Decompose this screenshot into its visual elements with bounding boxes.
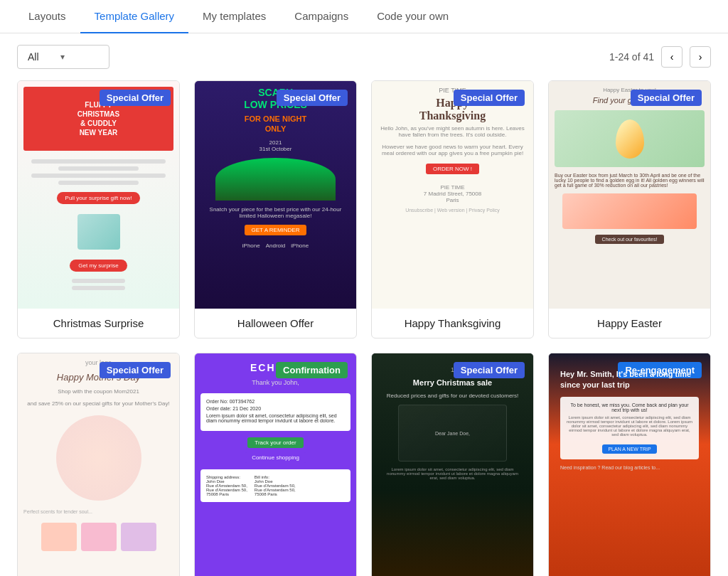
template-card-merry-christmas-sale[interactable]: 1 Merry Christmas sale Reduced prices an… <box>371 353 534 576</box>
top-navigation: Layouts Template Gallery My templates Ca… <box>0 0 728 33</box>
template-label: Happy Easter <box>549 309 710 338</box>
nav-code-your-own[interactable]: Code your own <box>363 0 463 33</box>
card-preview-halloween-offer: SCARYLOW PRICES FOR ONE NIGHTONLY 202131… <box>195 81 356 309</box>
template-card-christmas-surprise[interactable]: FLUFFYCHRISTMAS& CUDDLYNEW YEAR Pull you… <box>17 80 180 338</box>
nav-template-gallery[interactable]: Template Gallery <box>80 0 189 33</box>
template-label: Happy Thanksgiving <box>372 309 533 338</box>
template-card-echoes-confirmation[interactable]: ECHOES Thank you John, Order No: 00T3947… <box>194 353 357 576</box>
badge-special-offer: Special Offer <box>631 90 702 106</box>
nav-my-templates[interactable]: My templates <box>188 0 280 33</box>
chevron-down-icon: ▾ <box>60 52 65 62</box>
nav-campaigns[interactable]: Campaigns <box>280 0 363 33</box>
nav-layouts[interactable]: Layouts <box>14 0 80 33</box>
template-card-happy-easter[interactable]: Happy Easter to you! Find your golden eg… <box>548 80 711 338</box>
card-preview-christmas-surprise: FLUFFYCHRISTMAS& CUDDLYNEW YEAR Pull you… <box>18 81 179 309</box>
next-page-button[interactable]: › <box>690 46 711 68</box>
pagination: 1-24 of 41 ‹ › <box>609 46 711 68</box>
card-preview-happy-thanksgiving: PIE TIME HappyThanksgiving Hello John, a… <box>372 81 533 309</box>
filter-dropdown[interactable]: All ▾ <box>17 45 109 69</box>
template-label: Christmas Surprise <box>18 309 179 338</box>
badge-special-offer: Special Offer <box>277 90 348 106</box>
template-card-happy-thanksgiving[interactable]: PIE TIME HappyThanksgiving Hello John, a… <box>371 80 534 338</box>
pagination-text: 1-24 of 41 <box>609 51 654 63</box>
card-preview-merry-christmas-sale: 1 Merry Christmas sale Reduced prices an… <box>372 353 533 576</box>
badge-special-offer: Special Offer <box>454 90 525 106</box>
badge-special-offer: Special Offer <box>100 362 171 378</box>
badge-special-offer: Special Offer <box>100 90 171 106</box>
template-card-happy-mothers-day[interactable]: your logo Happy Mother's Day Shop with t… <box>17 353 180 576</box>
template-card-reengagement-trip[interactable]: Hey Mr. Smith, It's been a long time sin… <box>548 353 711 576</box>
filter-label: All <box>28 51 39 63</box>
badge-confirmation: Confirmation <box>276 362 348 378</box>
prev-page-button[interactable]: ‹ <box>661 46 682 68</box>
toolbar: All ▾ 1-24 of 41 ‹ › <box>0 33 728 80</box>
card-preview-happy-easter: Happy Easter to you! Find your golden eg… <box>549 81 710 309</box>
template-gallery-grid: FLUFFYCHRISTMAS& CUDDLYNEW YEAR Pull you… <box>0 80 728 576</box>
card-preview-reengagement-trip: Hey Mr. Smith, It's been a long time sin… <box>549 353 710 576</box>
template-label: Halloween Offer <box>195 309 356 338</box>
card-preview-echoes-confirmation: ECHOES Thank you John, Order No: 00T3947… <box>195 353 356 576</box>
template-card-halloween-offer[interactable]: SCARYLOW PRICES FOR ONE NIGHTONLY 202131… <box>194 80 357 338</box>
card-preview-happy-mothers-day: your logo Happy Mother's Day Shop with t… <box>18 353 179 576</box>
